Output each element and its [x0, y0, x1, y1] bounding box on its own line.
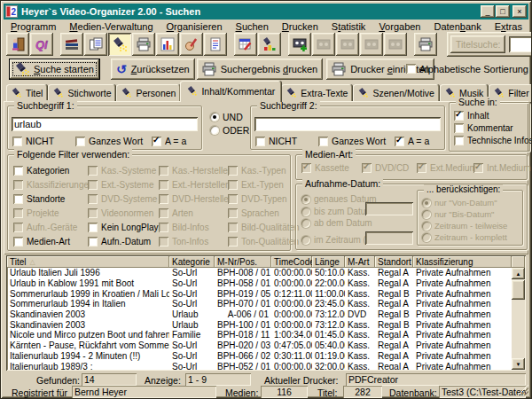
menu-item-organisieren[interactable]: Organisieren — [167, 21, 223, 32]
tab-personen[interactable]: Personen — [116, 84, 181, 102]
column-header-klassifizierung[interactable]: Klassifizierung — [413, 256, 512, 268]
checkbox-kategorien[interactable]: Kategorien — [13, 166, 69, 176]
checkbox-a-a[interactable]: A = a — [395, 136, 429, 146]
table-row[interactable]: Nicole und Mirco putzen Boot und fahren.… — [7, 330, 512, 340]
table-row[interactable]: Sommerurlaub 1999 in Kroatien / Mali Lo.… — [7, 288, 512, 299]
checkbox-ganzes-wort[interactable]: Ganzes Wort — [318, 136, 386, 146]
checkbox-label: Ton-Qualitäten — [241, 237, 299, 246]
column-header-label: Länge — [315, 257, 340, 267]
column-header-m-art[interactable]: M-Art — [345, 256, 375, 268]
radio-und[interactable]: UND — [210, 112, 243, 122]
checkbox-box — [159, 237, 168, 246]
minimize-button[interactable]: _ — [481, 5, 495, 18]
checkbox-a-a[interactable]: A = a — [152, 136, 186, 146]
menu-item-medien-verwaltung[interactable]: Medien-Verwaltung — [69, 21, 153, 32]
checkbox-kommentar[interactable]: Kommentar — [454, 123, 513, 133]
table-row[interactable]: Sommerurlaub 1994 in ItalienSo-UrlBPH-07… — [7, 299, 512, 309]
checkbox-medien-art[interactable]: Medien-Art — [13, 237, 70, 246]
exit-button[interactable] — [6, 33, 29, 56]
sort-ascending-icon: △ — [30, 258, 35, 266]
vertical-scrollbar[interactable]: ▲ ▼ — [512, 268, 525, 370]
anzeige-value: 1 - 9 — [185, 373, 251, 386]
cell-timecode: 0:00:00.00 — [271, 268, 312, 278]
column-header-l-nge[interactable]: Länge — [312, 256, 345, 268]
cell-titel: Urlaub Italien Juli 1996 — [7, 268, 169, 278]
cell-standort: Regal A — [375, 362, 413, 370]
maximize-button[interactable]: □ — [496, 5, 510, 18]
scroll-thumb[interactable] — [512, 280, 525, 300]
tab-extra-texte[interactable]: Extra-Texte — [281, 84, 353, 102]
media-management-button[interactable] — [60, 33, 83, 56]
menu-item-suchen[interactable]: Suchen — [236, 21, 269, 32]
cell-titel: Urlaub in Kablow 1991 mit Boot — [7, 278, 169, 288]
radio-dot — [301, 219, 310, 228]
checkbox-alphabetische-sortierung[interactable]: Alphabetische Sortierung — [406, 64, 528, 74]
quick-info-button[interactable]: Qi — [30, 33, 53, 56]
table-row[interactable]: Urlaub in Kablow 1991 mit BootSo-UrlBPH-… — [7, 278, 512, 289]
suchbegriff-2-input[interactable] — [254, 117, 441, 131]
checkbox-inhalt[interactable]: Inhalt — [454, 111, 489, 121]
statistics-button[interactable] — [156, 33, 179, 56]
table-row[interactable]: Urlaub Italien Juli 1996So-UrlBPH-008 / … — [7, 268, 512, 278]
cell-standort: Regal B — [375, 320, 413, 330]
menu-item-drucken[interactable]: Drucken — [282, 21, 318, 32]
tab-szenen-motive[interactable]: Szenen/Motive — [353, 84, 439, 102]
column-header-m-nr-pos[interactable]: M-Nr/Pos. — [215, 256, 271, 268]
defaults-button[interactable] — [234, 33, 257, 56]
group-suchbegriff-1: Suchbegriff 1: NICHTGanzes WortA = a — [7, 106, 202, 150]
checkbox-technische-infos[interactable]: Technische Infos — [454, 136, 532, 145]
group-beruecksichtigen: ... berücksichtigen: nur "Von-Datum"nur … — [417, 190, 523, 246]
checkbox-aufn-datum[interactable]: Aufn.-Datum — [88, 237, 151, 246]
organize-button[interactable] — [180, 33, 203, 56]
reset-button[interactable]: ↺Zurücksetzen — [111, 59, 195, 80]
search-button[interactable] — [108, 33, 131, 56]
checkbox-standorte[interactable]: Standorte — [13, 194, 65, 204]
checkbox-nicht[interactable]: NICHT — [12, 136, 54, 146]
print-result-button[interactable]: Suchergebnis drucken — [197, 59, 323, 80]
column-header-timecode[interactable]: TimeCode — [271, 256, 312, 268]
column-header-kategorie[interactable]: Kategorie — [169, 256, 215, 268]
column-header-label: M-Nr/Pos. — [217, 257, 257, 267]
close-button[interactable]: × — [512, 5, 527, 18]
table-row[interactable]: Italienurlaub 1994 - 2 Minuten (!!)So-Ur… — [7, 351, 512, 362]
column-header-standort[interactable]: Standort — [375, 256, 413, 268]
table-row[interactable]: Skandinavien 2003UrlaubBPH-100 / 010:00:… — [7, 319, 512, 330]
cell-klassifizierung: Private Aufnahmen — [413, 289, 512, 299]
table-row[interactable]: Skandinavien 2003UrlaubA-006 / 010:00:00… — [7, 309, 512, 320]
checkbox-label: Ganzes Wort — [332, 136, 386, 146]
menu-item-programm[interactable]: Programm — [11, 21, 56, 32]
resize-grip[interactable] — [518, 385, 528, 395]
titelsuche-input[interactable] — [509, 36, 532, 52]
suchbegriff-1-input[interactable] — [12, 117, 198, 131]
checkbox-ganzes-wort[interactable]: Ganzes Wort — [75, 136, 143, 146]
scroll-down-button[interactable]: ▼ — [512, 358, 525, 370]
search-result-button[interactable] — [258, 33, 281, 56]
checkbox-ext-typen: Ext.-Typen — [228, 180, 284, 190]
checkbox-box — [88, 208, 98, 218]
tab-titel[interactable]: Titel — [6, 84, 48, 102]
radio-oder[interactable]: ODER — [210, 125, 249, 136]
checkbox-box — [88, 237, 98, 246]
print-button[interactable] — [132, 33, 155, 56]
tab-inhalt-kommentar[interactable]: Inhalt/Kommentar — [180, 81, 282, 102]
datenbank-value: Test3 (C:\Test-Daten\HVO2-Test3\) — [439, 386, 526, 398]
tab-stichworte[interactable]: Stichworte — [48, 84, 116, 102]
column-header-titel[interactable]: Titel△ — [7, 256, 169, 268]
checkbox-label: Inhalt — [467, 111, 489, 121]
radio-zeitraum-teilweise: Zeitraum - teilweise — [422, 221, 507, 231]
checkbox-kein-longplay[interactable]: Kein LongPlay — [88, 223, 159, 232]
cell-m-nr-pos: BPH-070 / 01 — [215, 299, 271, 309]
checkbox-nicht[interactable]: NICHT — [255, 136, 297, 146]
menu-item-statistik[interactable]: Statistik — [332, 21, 366, 32]
add-media-button[interactable] — [288, 33, 311, 56]
menu-item-vorgaben[interactable]: Vorgaben — [379, 21, 420, 32]
table-row[interactable]: Kärnten - Pause, Rückfahrt vom Sommer...… — [7, 340, 512, 351]
start-search-button[interactable]: Suche starten — [9, 59, 100, 80]
notes-button[interactable] — [204, 33, 227, 56]
print-list-button[interactable] — [414, 33, 437, 56]
menu-item-extras[interactable]: Extras — [495, 21, 522, 32]
menu-item-datenbank[interactable]: Datenbank — [434, 21, 481, 32]
title-cards-button[interactable] — [84, 33, 107, 56]
scroll-up-button[interactable]: ▲ — [512, 268, 525, 279]
table-row[interactable]: Italienurlaub 1989/3 :So-UrlBPH-052 / 01… — [7, 361, 512, 370]
